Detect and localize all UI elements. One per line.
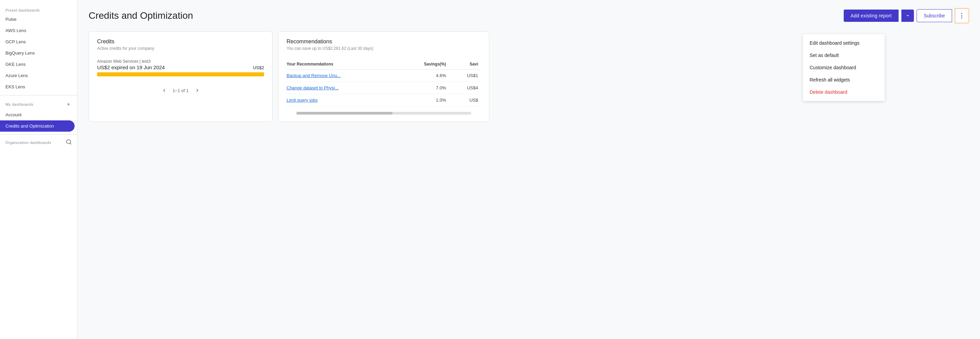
sidebar-item-credits-and-optimization[interactable]: Credits and Optimization [0,120,75,132]
subscribe-button[interactable]: Subscribe [916,9,952,22]
preset-dashboards-label: Preset dashboards [0,5,77,14]
sidebar-item-account[interactable]: Account [0,109,75,120]
org-dashboards-row: Organization dashboards [0,138,77,148]
svg-line-1 [70,143,71,144]
chevron-right-icon [194,87,200,93]
pagination: 1–1 of 1 [97,87,264,93]
chevron-down-icon [905,13,910,18]
add-report-dropdown-button[interactable] [901,10,914,22]
credit-source-label: Amazon Web Services | test3 [97,59,264,64]
more-dots-icon: ⋮ [959,12,965,19]
pagination-label: 1–1 of 1 [173,88,189,93]
sidebar-item-azure-lens[interactable]: Azure Lens [0,70,75,81]
page-title: Credits and Optimization [89,10,193,21]
rec-savings-val-2: US$ [454,94,481,106]
credits-card: Credits Active credits for your company … [89,31,273,122]
scrollbar-thumb [296,112,393,115]
credit-bar-fill [97,72,264,77]
rec-name-2: Limit query jobs [286,94,396,106]
credits-card-title: Credits [97,38,264,45]
dropdown-item-refresh[interactable]: Refresh all widgets [803,74,885,86]
dropdown-item-set-default[interactable]: Set as default [803,49,885,61]
dropdown-item-customize[interactable]: Customize dashboard [803,61,885,74]
col-header-savings-val: Savi [454,59,481,70]
credit-name: US$2 expired on 19 Jun 2024 [97,64,165,70]
pagination-prev-button[interactable] [161,87,167,93]
dropdown-menu: Edit dashboard settings Set as default C… [803,34,885,101]
my-dashboards-label: My dashboards [5,102,33,106]
rec-link-2[interactable]: Limit query jobs [286,98,318,103]
table-row: Backup and Remove Unu... 4.6% US$1 [286,70,481,82]
sidebar-divider [0,95,77,96]
more-options-button[interactable]: ⋮ [955,8,969,23]
rec-savings-pct-2: 1.0% [396,94,454,106]
credit-amount-row: US$2 expired on 19 Jun 2024 US$2 [97,64,264,70]
credits-card-subtitle: Active credits for your company [97,46,264,51]
sidebar-item-gcp-lens[interactable]: GCP Lens [0,36,75,47]
add-dashboard-button[interactable]: + [65,101,72,108]
credit-row: Amazon Web Services | test3 US$2 expired… [97,59,264,77]
rec-name-1: Change dataset to Physi... [286,82,396,94]
horizontal-scrollbar[interactable] [296,112,471,115]
rec-link-1[interactable]: Change dataset to Physi... [286,85,338,90]
dropdown-item-delete[interactable]: Delete dashboard [803,86,885,98]
search-icon[interactable] [66,139,72,146]
chevron-left-icon [161,87,167,93]
recommendations-card: Recommendations You can save up to US$2,… [278,31,489,122]
sidebar-item-bigquery-lens[interactable]: BigQuery Lens [0,47,75,59]
my-dashboards-row: My dashboards + [0,98,77,109]
rec-savings-pct-1: 7.0% [396,82,454,94]
rec-link-0[interactable]: Backup and Remove Unu... [286,73,341,78]
rec-name-0: Backup and Remove Unu... [286,70,396,82]
add-existing-report-button[interactable]: Add existing report [844,10,899,22]
credit-value: US$2 [253,65,264,70]
table-row: Limit query jobs 1.0% US$ [286,94,481,106]
sidebar-item-gke-lens[interactable]: GKE Lens [0,59,75,70]
rec-savings-pct-0: 4.6% [396,70,454,82]
sidebar-item-eks-lens[interactable]: EKS Lens [0,81,75,93]
sidebar-item-pulse[interactable]: Pulse [0,14,75,25]
dropdown-item-edit-settings[interactable]: Edit dashboard settings [803,37,885,49]
sidebar-divider-2 [0,134,77,135]
sidebar-item-aws-lens[interactable]: AWS Lens [0,25,75,36]
recommendations-table: Your Recommendations Savings(%) Savi Bac… [286,59,481,106]
rec-savings-val-1: US$4 [454,82,481,94]
main-header: Credits and Optimization Add existing re… [89,8,969,23]
rec-savings-val-0: US$1 [454,70,481,82]
pagination-next-button[interactable] [194,87,200,93]
credit-bar-background [97,72,264,77]
recommendations-card-subtitle: You can save up to US$2,281.62 (Last 30 … [286,46,481,51]
col-header-recommendations: Your Recommendations [286,59,396,70]
header-actions: Add existing report Subscribe ⋮ [844,8,969,23]
org-dashboards-label: Organization dashboards [5,141,51,145]
col-header-savings-pct: Savings(%) [396,59,454,70]
recommendations-card-title: Recommendations [286,38,481,45]
sidebar: Preset dashboards Pulse AWS Lens GCP Len… [0,0,78,339]
table-row: Change dataset to Physi... 7.0% US$4 [286,82,481,94]
